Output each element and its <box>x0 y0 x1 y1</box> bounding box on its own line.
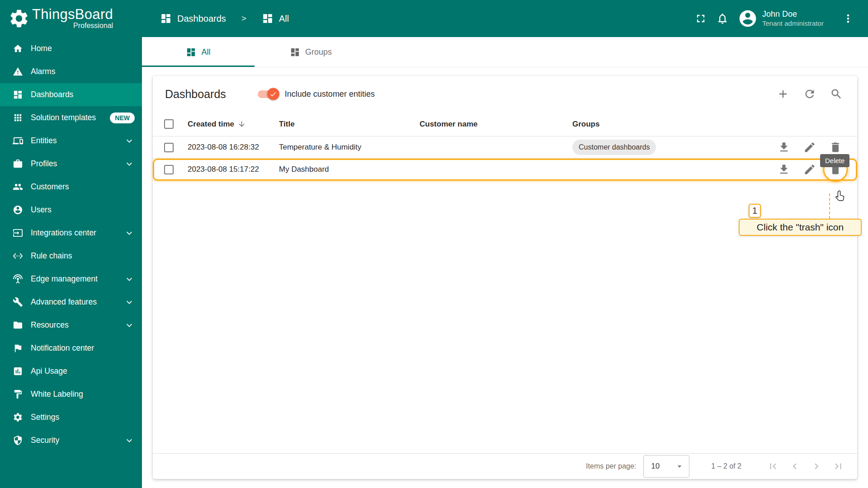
arrow-down-icon <box>237 120 246 128</box>
sidebar-item-label: Settings <box>31 413 135 422</box>
edit-button[interactable] <box>799 159 821 180</box>
toggle-switch[interactable] <box>258 90 278 98</box>
chevron-down-icon <box>124 320 135 331</box>
include-customer-entities-toggle[interactable]: Include customer entities <box>258 89 375 99</box>
card-actions <box>772 83 847 105</box>
last-page-button[interactable] <box>827 455 849 477</box>
breadcrumb-item-dashboards[interactable]: Dashboards <box>177 14 226 24</box>
sidebar-item-alarms[interactable]: Alarms <box>0 60 142 83</box>
sidebar-item-dashboards[interactable]: Dashboards <box>0 83 142 106</box>
download-icon <box>778 163 790 176</box>
download-button[interactable] <box>773 159 795 180</box>
last-page-icon <box>832 460 844 472</box>
tab-all[interactable]: All <box>142 37 255 67</box>
sidebar-item-white-labeling[interactable]: White Labeling <box>0 383 142 406</box>
sidebar-item-label: Integrations center <box>31 228 124 238</box>
app-root: ThingsBoard Professional HomeAlarmsDashb… <box>0 0 868 488</box>
flag-icon <box>13 343 23 353</box>
delete-button[interactable] <box>825 136 846 158</box>
settings-icon <box>13 412 23 422</box>
tab-groups[interactable]: Groups <box>255 37 367 67</box>
more-menu-button[interactable] <box>837 8 859 29</box>
apps-icon <box>13 113 23 123</box>
sidebar-item-edge-management[interactable]: Edge management <box>0 267 142 291</box>
sidebar-item-rule-chains[interactable]: Rule chains <box>0 244 142 267</box>
next-page-button[interactable] <box>806 455 827 477</box>
search-icon <box>830 88 843 100</box>
column-header-title[interactable]: Title <box>279 120 420 129</box>
download-button[interactable] <box>773 136 795 158</box>
app-logo[interactable]: ThingsBoard Professional <box>0 0 142 37</box>
first-page-button[interactable] <box>762 455 784 477</box>
user-role: Tenant administrator <box>762 19 830 28</box>
sidebar-item-label: Alarms <box>31 67 135 76</box>
thingsboard-logo-icon <box>8 8 30 29</box>
sidebar-item-customers[interactable]: Customers <box>0 175 142 198</box>
ethernet-icon <box>13 251 23 261</box>
sidebar-item-integrations-center[interactable]: Integrations center <box>0 221 142 244</box>
sidebar-item-label: Customers <box>31 182 135 192</box>
search-button[interactable] <box>826 83 847 105</box>
app-edition: Professional <box>32 22 113 30</box>
sidebar-item-api-usage[interactable]: Api Usage <box>0 360 142 383</box>
items-per-page-select[interactable]: 10 <box>643 455 689 478</box>
more-vert-icon <box>842 12 854 25</box>
home-icon <box>13 43 23 54</box>
delete-button[interactable] <box>825 159 846 180</box>
edit-button[interactable] <box>799 136 821 158</box>
row-checkbox[interactable] <box>164 165 174 174</box>
build-icon <box>13 297 23 307</box>
user-name: John Doe <box>762 9 830 19</box>
cell-created-time: 2023-08-08 15:17:22 <box>188 165 279 174</box>
sidebar-item-advanced-features[interactable]: Advanced features <box>0 291 142 314</box>
column-header-customer-name[interactable]: Customer name <box>420 120 572 129</box>
chevron-down-icon <box>124 297 135 308</box>
sidebar-item-users[interactable]: Users <box>0 198 142 221</box>
sidebar-item-security[interactable]: Security <box>0 429 142 452</box>
column-header-groups[interactable]: Groups <box>572 120 773 129</box>
first-page-icon <box>767 460 779 472</box>
sidebar-item-settings[interactable]: Settings <box>0 406 142 429</box>
devices-icon <box>13 136 23 146</box>
row-checkbox[interactable] <box>164 143 174 152</box>
page-title: Dashboards <box>165 88 226 101</box>
edit-icon <box>803 163 816 176</box>
sidebar-item-label: Home <box>31 44 135 53</box>
main-column: Dashboards > All John Doe Tenant adminis… <box>142 0 868 488</box>
toggle-label: Include customer entities <box>285 89 375 99</box>
table-row[interactable]: 2023-08-08 15:17:22My Dashboard <box>153 159 857 181</box>
logo-text: ThingsBoard Professional <box>32 7 113 30</box>
column-header-label: Title <box>279 120 295 128</box>
sidebar-item-label: Security <box>31 436 124 445</box>
people-icon <box>13 182 23 192</box>
add-button[interactable] <box>772 83 794 105</box>
header-controls: John Doe Tenant administrator <box>690 8 859 29</box>
dashboards-card: Dashboards Include customer entities Cre… <box>153 76 857 479</box>
previous-page-button[interactable] <box>784 455 806 477</box>
select-all-checkbox[interactable] <box>164 119 174 129</box>
check-icon <box>269 90 277 98</box>
tab-all-label: All <box>201 47 210 57</box>
sidebar-item-entities[interactable]: Entities <box>0 129 142 152</box>
cell-title: My Dashboard <box>279 165 420 174</box>
table-row[interactable]: 2023-08-08 16:28:32Temperature & Humidit… <box>153 136 857 159</box>
sidebar-item-solution-templates[interactable]: Solution templatesNEW <box>0 106 142 129</box>
sidebar-item-resources[interactable]: Resources <box>0 314 142 337</box>
breadcrumb: Dashboards > All <box>160 13 289 24</box>
sidebar-item-label: Resources <box>31 320 124 330</box>
notifications-button[interactable] <box>712 8 733 29</box>
cell-created-time: 2023-08-08 16:28:32 <box>188 143 279 152</box>
group-chip[interactable]: Customer dashboards <box>572 140 656 155</box>
table-body: 2023-08-08 16:28:32Temperature & Humidit… <box>153 136 857 181</box>
sidebar-item-home[interactable]: Home <box>0 37 142 60</box>
header-checkbox-cell <box>164 119 188 129</box>
refresh-button[interactable] <box>799 83 821 105</box>
column-header-created-time[interactable]: Created time <box>188 120 279 129</box>
sidebar-item-notification-center[interactable]: Notification center <box>0 337 142 360</box>
chevron-down-icon <box>124 228 135 239</box>
tab-groups-label: Groups <box>305 47 332 57</box>
fullscreen-button[interactable] <box>690 8 712 29</box>
breadcrumb-item-all[interactable]: All <box>279 14 289 24</box>
avatar[interactable] <box>738 9 758 28</box>
sidebar-item-profiles[interactable]: Profiles <box>0 152 142 175</box>
